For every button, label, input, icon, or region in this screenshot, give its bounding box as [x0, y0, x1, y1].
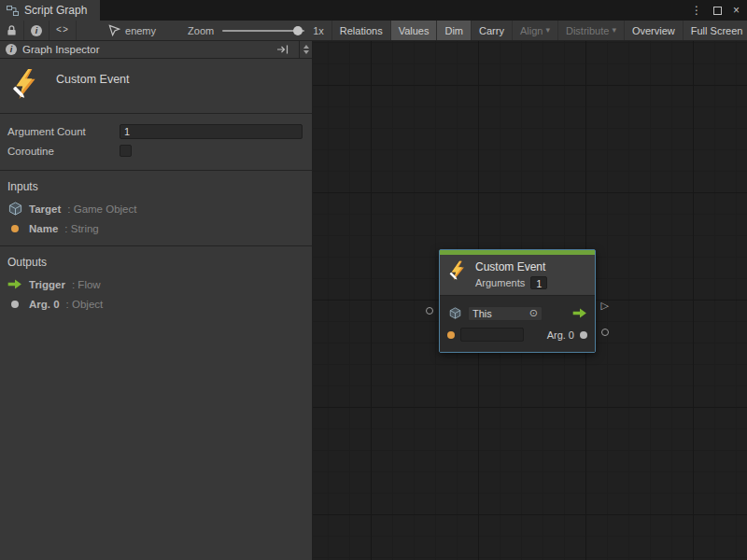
script-graph-icon: [7, 6, 19, 16]
values-button[interactable]: Values: [390, 21, 437, 40]
target-object-value: This: [472, 308, 492, 319]
relations-button[interactable]: Relations: [331, 21, 390, 40]
argument-count-input[interactable]: [120, 124, 303, 139]
inputs-section: Inputs Target : Game Object Name : Strin…: [0, 171, 312, 246]
tab-script-graph[interactable]: Script Graph: [0, 0, 100, 21]
zoom-value: 1x: [313, 25, 324, 36]
graph-breadcrumb[interactable]: enemy: [101, 21, 163, 40]
custom-event-icon: [9, 68, 41, 100]
io-row-name: Name : String: [0, 218, 312, 238]
trigger-flow-icon[interactable]: [572, 308, 587, 318]
name-port-icon[interactable]: [447, 331, 455, 339]
output-name: Trigger: [29, 279, 65, 290]
graph-toolbar: i <> enemy Zoom 1x Relations Values Dim …: [0, 21, 747, 41]
code-view-icon[interactable]: <>: [49, 21, 77, 40]
dock-icon[interactable]: [273, 45, 293, 54]
argument-count-row: Argument Count: [7, 121, 303, 141]
info-icon[interactable]: i: [24, 21, 49, 40]
carry-button[interactable]: Carry: [471, 21, 512, 40]
cursor-icon: [108, 24, 120, 36]
maximize-icon[interactable]: [713, 7, 722, 15]
zoom-label: Zoom: [188, 25, 214, 36]
flow-arrow-icon: [7, 279, 22, 289]
full-screen-button[interactable]: Full Screen: [683, 21, 747, 40]
custom-event-icon: [447, 260, 468, 281]
arg0-output-port[interactable]: [601, 329, 609, 336]
coroutine-checkbox[interactable]: [120, 145, 132, 157]
string-port-icon: [7, 225, 22, 232]
panel-stepper[interactable]: [299, 41, 312, 59]
output-type: : Flow: [72, 279, 101, 290]
input-name: Target: [29, 203, 61, 215]
target-object-dropdown[interactable]: This ⊙: [468, 306, 543, 321]
chevron-down-icon: ▾: [545, 26, 550, 35]
info-icon: i: [6, 44, 17, 55]
dim-button[interactable]: Dim: [436, 21, 471, 40]
node-body: This ⊙ Arg. 0: [440, 295, 595, 352]
node-arguments-value[interactable]: 1: [530, 276, 547, 289]
graph-canvas[interactable]: Custom Event Arguments 1 This ⊙: [313, 41, 747, 560]
outputs-section: Outputs Trigger : Flow Arg. 0 : Object: [0, 246, 312, 321]
cube-icon: [7, 202, 22, 216]
cube-icon: [447, 307, 462, 319]
input-type: : String: [64, 223, 98, 234]
event-fields: Argument Count Coroutine: [0, 114, 312, 171]
target-port-row: This ⊙: [447, 302, 587, 324]
object-picker-icon[interactable]: ⊙: [529, 307, 538, 319]
input-name: Name: [29, 223, 58, 234]
event-title: Custom Event: [56, 73, 130, 86]
align-button[interactable]: Align ▾: [512, 21, 557, 40]
outputs-title: Outputs: [0, 252, 312, 274]
target-input-port[interactable]: [426, 307, 433, 315]
output-type: : Object: [66, 299, 104, 310]
io-row-arg0: Arg. 0 : Object: [0, 294, 312, 314]
io-row-trigger: Trigger : Flow: [0, 274, 312, 294]
zoom-control: Zoom 1x: [180, 21, 331, 40]
event-name-input[interactable]: [460, 328, 524, 342]
distribute-button[interactable]: Distribute ▾: [557, 21, 624, 40]
close-icon[interactable]: ×: [733, 4, 740, 17]
input-type: : Game Object: [67, 203, 136, 215]
node-arguments-label: Arguments: [475, 277, 525, 288]
toolbar-toggles: Relations Values Dim Carry Align ▾ Distr…: [331, 21, 747, 40]
object-port-icon: [7, 301, 22, 308]
zoom-slider[interactable]: [222, 30, 304, 32]
overview-button[interactable]: Overview: [624, 21, 683, 40]
coroutine-row: Coroutine: [7, 141, 303, 161]
tab-bar: Script Graph ⋮ ×: [0, 0, 747, 21]
menu-icon[interactable]: ⋮: [691, 4, 702, 17]
name-port-row: Arg. 0: [447, 324, 587, 345]
io-row-target: Target : Game Object: [0, 199, 312, 218]
event-header: Custom Event: [0, 59, 312, 114]
chevron-down-icon: ▾: [612, 26, 616, 35]
graph-name-label: enemy: [125, 25, 156, 36]
trigger-output-port[interactable]: ▷: [601, 301, 609, 311]
lock-icon[interactable]: [0, 21, 24, 40]
coroutine-label: Coroutine: [7, 146, 120, 157]
window-controls: ⋮ ×: [691, 0, 740, 21]
argument-count-label: Argument Count: [7, 126, 120, 137]
panel-title: Graph Inspector: [22, 44, 99, 55]
inspector-header: i Graph Inspector: [0, 41, 312, 59]
inputs-title: Inputs: [0, 176, 312, 199]
node-title: Custom Event: [475, 260, 547, 273]
tab-label: Script Graph: [24, 4, 87, 17]
graph-inspector-panel: i Graph Inspector Custom Event Argument …: [0, 41, 313, 560]
custom-event-node[interactable]: Custom Event Arguments 1 This ⊙: [439, 249, 596, 353]
output-name: Arg. 0: [29, 299, 60, 310]
arg0-label: Arg. 0: [547, 329, 574, 341]
node-header[interactable]: Custom Event Arguments 1: [440, 255, 595, 295]
zoom-slider-knob[interactable]: [293, 26, 303, 35]
arg0-port-icon[interactable]: [580, 331, 587, 339]
